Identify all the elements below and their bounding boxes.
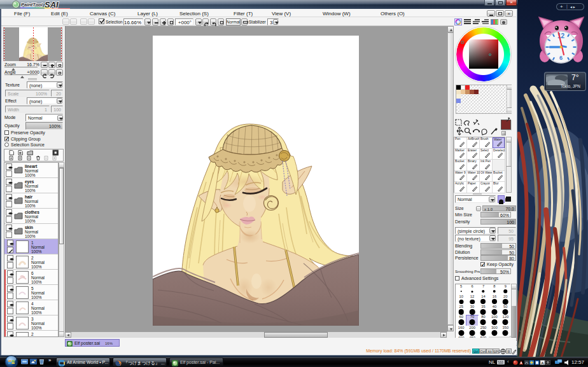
svg-text:PaintTool: PaintTool [21,2,43,8]
svg-text:6: 6 [559,55,563,61]
svg-text:A: A [541,361,544,365]
